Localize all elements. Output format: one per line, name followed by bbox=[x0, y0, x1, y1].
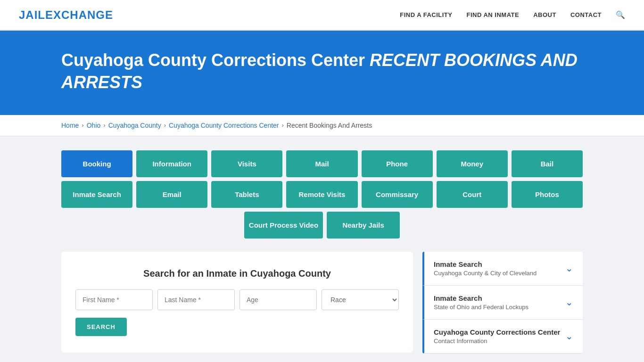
logo-exchange: EXCHANGE bbox=[45, 8, 113, 21]
nav-btn-bail[interactable]: Bail bbox=[512, 150, 583, 177]
nav-btn-tablets[interactable]: Tablets bbox=[211, 181, 282, 208]
breadcrumb-sep-2: › bbox=[164, 122, 166, 129]
nav-btn-inmate-search[interactable]: Inmate Search bbox=[61, 181, 132, 208]
breadcrumb-sep-3: › bbox=[282, 122, 284, 129]
site-header: JAILEXCHANGE FIND A FACILITY FIND AN INM… bbox=[0, 0, 644, 31]
inmate-search-card: Search for an Inmate in Cuyahoga County … bbox=[61, 252, 413, 353]
sidebar-card-1[interactable]: Inmate Search State of Ohio and Federal … bbox=[422, 286, 583, 320]
sidebar-card-sub-0: Cuyahoga County & City of Cleveland bbox=[434, 270, 537, 277]
nav-row-3: Court Process Video Nearby Jails bbox=[61, 212, 583, 239]
sidebar-card-text-2: Cuyahoga County Corrections Center Conta… bbox=[434, 328, 560, 345]
nav-btn-mail[interactable]: Mail bbox=[286, 150, 357, 177]
sidebar-card-2[interactable]: Cuyahoga County Corrections Center Conta… bbox=[422, 320, 583, 354]
site-logo[interactable]: JAILEXCHANGE bbox=[19, 8, 113, 22]
age-input[interactable] bbox=[239, 289, 317, 310]
nav-btn-commissary[interactable]: Commissary bbox=[362, 181, 433, 208]
nav-btn-money[interactable]: Money bbox=[437, 150, 508, 177]
chevron-down-icon-1: ⌄ bbox=[565, 296, 573, 308]
sidebar-card-title-0: Inmate Search bbox=[434, 260, 537, 268]
search-inputs: Race White Black Hispanic Asian Other bbox=[75, 289, 399, 310]
breadcrumb: Home › Ohio › Cuyahoga County › Cuyahoga… bbox=[0, 115, 644, 136]
race-select[interactable]: Race White Black Hispanic Asian Other bbox=[322, 289, 399, 310]
breadcrumb-home[interactable]: Home bbox=[61, 122, 79, 129]
nav-btn-information[interactable]: Information bbox=[136, 150, 207, 177]
search-icon[interactable]: 🔍 bbox=[616, 10, 625, 19]
nav-about[interactable]: ABOUT bbox=[533, 11, 556, 18]
nav-btn-booking[interactable]: Booking bbox=[61, 150, 132, 177]
nav-btn-remote-visits[interactable]: Remote Visits bbox=[286, 181, 357, 208]
nav-contact[interactable]: CONTACT bbox=[570, 11, 602, 18]
chevron-down-icon-2: ⌄ bbox=[565, 330, 573, 342]
sidebar-card-title-1: Inmate Search bbox=[434, 294, 528, 302]
breadcrumb-sep-1: › bbox=[103, 122, 105, 129]
page-title: Cuyahoga County Corrections Center RECEN… bbox=[61, 49, 625, 94]
breadcrumb-facility[interactable]: Cuyahoga County Corrections Center bbox=[169, 122, 279, 129]
first-name-input[interactable] bbox=[75, 289, 153, 310]
nav-find-inmate[interactable]: FIND AN INMATE bbox=[466, 11, 519, 18]
search-button[interactable]: SEARCH bbox=[75, 318, 127, 336]
sidebar-card-sub-2: Contact Information bbox=[434, 337, 560, 345]
sidebar-card-0[interactable]: Inmate Search Cuyahoga County & City of … bbox=[422, 252, 583, 286]
facility-nav-buttons: Booking Information Visits Mail Phone Mo… bbox=[61, 150, 583, 239]
sidebar-card-text-1: Inmate Search State of Ohio and Federal … bbox=[434, 294, 528, 311]
nav-btn-photos[interactable]: Photos bbox=[512, 181, 583, 208]
sidebar-cards: Inmate Search Cuyahoga County & City of … bbox=[422, 252, 583, 354]
nav-find-facility[interactable]: FIND A FACILITY bbox=[400, 11, 452, 18]
nav-btn-visits[interactable]: Visits bbox=[211, 150, 282, 177]
hero-banner: Cuyahoga County Corrections Center RECEN… bbox=[0, 31, 644, 115]
sidebar-card-text-0: Inmate Search Cuyahoga County & City of … bbox=[434, 260, 537, 277]
chevron-down-icon-0: ⌄ bbox=[565, 263, 573, 274]
breadcrumb-current: Recent Bookings And Arrests bbox=[287, 122, 372, 129]
search-card-title: Search for an Inmate in Cuyahoga County bbox=[75, 268, 399, 279]
nav-btn-email[interactable]: Email bbox=[136, 181, 207, 208]
nav-btn-phone[interactable]: Phone bbox=[362, 150, 433, 177]
breadcrumb-ohio[interactable]: Ohio bbox=[87, 122, 101, 129]
sidebar-card-sub-1: State of Ohio and Federal Lockups bbox=[434, 304, 528, 311]
nav-btn-court-process[interactable]: Court Process Video bbox=[244, 212, 323, 239]
nav-row-1: Booking Information Visits Mail Phone Mo… bbox=[61, 150, 583, 177]
breadcrumb-county[interactable]: Cuyahoga County bbox=[108, 122, 161, 129]
breadcrumb-sep-0: › bbox=[82, 122, 83, 129]
logo-jail: JAIL bbox=[19, 8, 45, 21]
main-content: Booking Information Visits Mail Phone Mo… bbox=[0, 136, 644, 362]
last-name-input[interactable] bbox=[157, 289, 235, 310]
nav-btn-nearby-jails[interactable]: Nearby Jails bbox=[327, 212, 400, 239]
nav-btn-court[interactable]: Court bbox=[437, 181, 508, 208]
sidebar-card-title-2: Cuyahoga County Corrections Center bbox=[434, 328, 560, 336]
main-nav: FIND A FACILITY FIND AN INMATE ABOUT CON… bbox=[400, 10, 625, 19]
hero-title-main: Cuyahoga County Corrections Center bbox=[61, 50, 365, 70]
lower-section: Search for an Inmate in Cuyahoga County … bbox=[61, 252, 583, 354]
search-btn-row: SEARCH bbox=[75, 318, 399, 336]
nav-row-2: Inmate Search Email Tablets Remote Visit… bbox=[61, 181, 583, 208]
